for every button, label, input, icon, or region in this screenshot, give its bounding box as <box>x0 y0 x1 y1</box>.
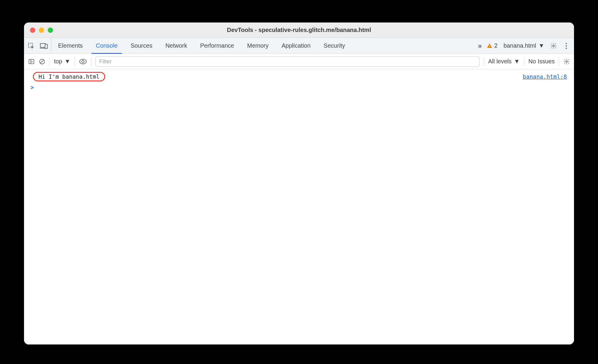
warnings-badge[interactable]: 2 <box>487 42 498 49</box>
divider <box>484 57 484 66</box>
tab-application[interactable]: Application <box>275 38 317 54</box>
console-log-message: Hi I'm banana.html <box>33 72 105 81</box>
more-options-icon[interactable]: ⋮ <box>563 42 570 50</box>
tab-label: Application <box>282 42 311 49</box>
svg-rect-3 <box>45 44 47 49</box>
devtools-window: DevTools - speculative-rules.glitch.me/b… <box>24 22 574 344</box>
warning-count: 2 <box>494 42 498 49</box>
panel-tabs: Elements Console Sources Network Perform… <box>52 38 351 54</box>
console-toolbar: top ▼ All levels ▼ No Issues <box>24 54 574 69</box>
tab-label: Sources <box>131 42 152 49</box>
divider <box>524 57 524 66</box>
chevron-down-icon: ▼ <box>65 58 71 65</box>
window-controls <box>24 28 53 33</box>
more-tabs-icon[interactable]: » <box>478 42 481 50</box>
tab-elements[interactable]: Elements <box>52 38 89 54</box>
console-log-source-link[interactable]: banana.html:8 <box>523 73 569 80</box>
chevron-down-icon: ▼ <box>514 58 520 65</box>
context-label: top <box>54 58 62 65</box>
svg-line-10 <box>41 60 44 63</box>
divider <box>91 57 91 66</box>
divider <box>75 57 75 66</box>
warning-icon <box>487 43 493 49</box>
settings-icon[interactable] <box>550 43 557 49</box>
divider <box>49 57 50 66</box>
context-selector[interactable]: top ▼ <box>54 58 71 65</box>
tab-sources[interactable]: Sources <box>124 38 159 54</box>
tab-performance[interactable]: Performance <box>194 38 241 54</box>
window-title: DevTools - speculative-rules.glitch.me/b… <box>24 27 574 33</box>
issues-label: No Issues <box>528 58 555 65</box>
chevron-down-icon: ▼ <box>538 42 544 49</box>
frame-selector-label: banana.html <box>503 42 536 49</box>
console-log-row: Hi I'm banana.html banana.html:8 <box>24 71 574 82</box>
tabs-right-controls: » 2 banana.html ▼ ⋮ <box>478 38 574 54</box>
svg-point-11 <box>82 60 84 63</box>
tab-label: Memory <box>247 42 268 49</box>
titlebar: DevTools - speculative-rules.glitch.me/b… <box>24 22 574 38</box>
device-toolbar-icon[interactable] <box>40 43 48 49</box>
inspect-tools <box>24 38 52 54</box>
tab-label: Network <box>165 42 187 49</box>
tab-label: Console <box>96 42 117 49</box>
console-settings-icon[interactable] <box>563 58 570 65</box>
console-prompt-row[interactable]: > <box>24 82 574 92</box>
tab-memory[interactable]: Memory <box>241 38 275 54</box>
tab-label: Security <box>324 42 345 49</box>
maximize-window-button[interactable] <box>48 28 53 33</box>
svg-rect-5 <box>489 46 490 47</box>
console-body: Hi I'm banana.html banana.html:8 > <box>24 69 574 344</box>
tab-network[interactable]: Network <box>159 38 194 54</box>
inspect-element-icon[interactable] <box>28 42 35 49</box>
levels-label: All levels <box>488 58 511 65</box>
frame-selector[interactable]: banana.html ▼ <box>503 42 544 49</box>
minimize-window-button[interactable] <box>39 28 44 33</box>
svg-rect-7 <box>29 59 34 64</box>
tab-label: Performance <box>200 42 234 49</box>
tab-console[interactable]: Console <box>89 38 124 54</box>
svg-point-12 <box>566 61 567 62</box>
issues-button[interactable]: No Issues <box>528 58 555 65</box>
tab-label: Elements <box>58 42 83 49</box>
tab-security[interactable]: Security <box>317 38 351 54</box>
filter-input[interactable] <box>95 57 480 67</box>
divider <box>559 57 559 66</box>
log-levels-selector[interactable]: All levels ▼ <box>488 58 520 65</box>
clear-console-icon[interactable] <box>39 58 45 65</box>
svg-point-6 <box>553 45 554 47</box>
close-window-button[interactable] <box>30 28 35 33</box>
live-expression-icon[interactable] <box>79 59 87 65</box>
tabs-row: Elements Console Sources Network Perform… <box>24 38 574 54</box>
toggle-sidebar-icon[interactable] <box>28 58 35 65</box>
svg-rect-4 <box>489 45 490 46</box>
prompt-chevron-icon: > <box>31 84 34 91</box>
